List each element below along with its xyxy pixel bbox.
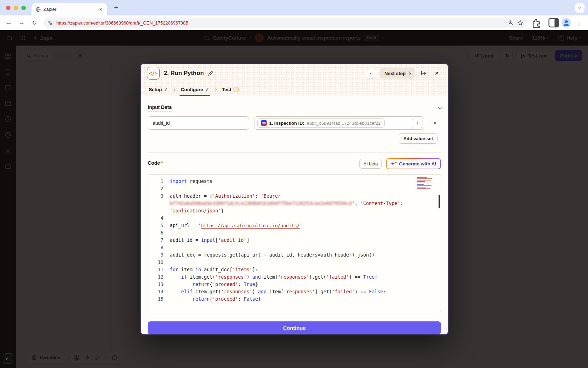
screen: Zapier × + ← → ↻ https://zapier.com/edit… — [0, 0, 588, 368]
mapped-field-value: audit_c5891f4ab...7243d0eb01cef22 — [307, 121, 380, 126]
generate-ai-label: Generate with AI — [399, 161, 436, 166]
previous-step-button[interactable] — [366, 68, 376, 79]
code-editor[interactable]: 1import requests23auth_header = {'Author… — [148, 174, 441, 312]
side-panel-icon[interactable] — [548, 17, 559, 28]
page-viewport: Zaps SafetyCulture / GS Automatically em… — [0, 30, 588, 368]
mapped-value-pill[interactable]: SC 1. Inspection ID: audit_c5891f4ab...7… — [257, 118, 385, 128]
remove-row-icon[interactable]: × — [429, 117, 441, 129]
code-line: 11for item in audit_doc['items']: — [148, 266, 441, 273]
code-line: 8 — [148, 244, 441, 251]
site-settings-icon[interactable] — [48, 21, 53, 25]
sparkle-icon: ✦+ — [391, 161, 397, 166]
modal-header: </> 2. Run Python Next step × — [141, 64, 448, 83]
tab-label: Setup — [149, 87, 162, 92]
code-line: 'application/json'} — [148, 207, 441, 214]
terminal-button[interactable]: >_ — [3, 353, 13, 364]
next-step-button[interactable]: Next step — [380, 68, 415, 79]
tab-label: Configure — [181, 87, 203, 92]
tab-separator-chevron — [173, 86, 175, 96]
tab-search-button[interactable] — [575, 3, 584, 13]
tab-close-icon[interactable]: × — [98, 6, 104, 13]
close-icon[interactable]: × — [432, 68, 442, 78]
code-line: 14 elif item.get('responses') and item['… — [148, 288, 441, 295]
code-line: 4 — [148, 214, 441, 222]
extensions-icon[interactable] — [531, 17, 542, 28]
code-line: 7audit_id = input['audit_id'] — [148, 237, 441, 244]
tab-separator-chevron — [215, 86, 216, 96]
tab-label: Test — [222, 87, 231, 92]
required-marker: * — [161, 160, 163, 166]
maximize-window-button[interactable] — [21, 6, 26, 10]
step-title: 2. Run Python — [164, 70, 204, 77]
back-icon[interactable]: ← — [4, 17, 15, 28]
edit-pencil-icon[interactable] — [208, 71, 213, 76]
bookmark-star-icon[interactable] — [517, 20, 523, 26]
code-minimap — [417, 177, 435, 191]
zoom-icon[interactable] — [508, 20, 514, 26]
browser-toolbar: ← → ↻ https://zapier.com/editor/30666396… — [0, 15, 588, 30]
code-label: Code* — [148, 160, 163, 167]
code-line: 9audit_doc = requests.get(api_url + audi… — [148, 251, 441, 259]
window-controls — [6, 6, 26, 10]
new-tab-button[interactable]: + — [111, 3, 121, 12]
input-data-label: Input Data — [148, 104, 172, 111]
tab-test[interactable]: Test ! — [221, 87, 240, 96]
tab-setup[interactable]: Setup ✓ — [148, 87, 169, 96]
code-line: 3auth_header = {'Authorization': 'Bearer — [148, 192, 441, 200]
reload-icon[interactable]: ↻ — [29, 17, 40, 28]
safetyculture-logo: SC — [261, 120, 267, 126]
close-window-button[interactable] — [6, 6, 10, 10]
code-line: 12 if item.get('responses') and item['re… — [148, 273, 441, 281]
browser-tab[interactable]: Zapier × — [31, 3, 107, 15]
mapped-value-field[interactable]: SC 1. Inspection ID: audit_c5891f4ab...7… — [254, 116, 424, 130]
warning-icon: ! — [233, 87, 239, 92]
add-value-set-button[interactable]: Add value set — [399, 133, 438, 144]
code-icon: </> — [147, 67, 160, 80]
step-config-modal: </> 2. Run Python Next step × — [141, 64, 448, 334]
code-lines: 1import requests23auth_header = {'Author… — [148, 175, 441, 303]
modal-footer: Continue — [141, 316, 448, 334]
ai-beta-button[interactable]: AI beta — [359, 159, 382, 169]
mapped-field-label: 1. Inspection ID: — [269, 121, 304, 126]
check-icon: ✓ — [164, 87, 168, 92]
expand-panel-icon[interactable] — [419, 68, 428, 78]
globe-favicon-icon — [36, 7, 41, 12]
forward-icon[interactable]: → — [16, 17, 27, 28]
check-icon: ✓ — [205, 87, 209, 92]
editor-scrollbar-thumb[interactable] — [439, 195, 440, 208]
code-line: 6 — [148, 229, 441, 237]
tab-configure[interactable]: Configure ✓ — [180, 87, 210, 96]
profile-avatar[interactable] — [561, 17, 572, 28]
next-step-label: Next step — [384, 71, 406, 76]
code-line: 5api_url = 'https://api.safetyculture.io… — [148, 222, 441, 229]
browser-tabstrip: Zapier × + — [0, 0, 588, 15]
step-tabs: Setup ✓ Configure ✓ Test ! — [141, 83, 448, 96]
code-line: 2 — [148, 185, 441, 192]
code-line: 13 return{'proceed': True} — [148, 281, 441, 288]
section-divider — [148, 152, 441, 152]
code-line: 10 — [148, 259, 441, 266]
insert-data-button[interactable]: + — [412, 118, 422, 128]
minimize-window-button[interactable] — [14, 6, 18, 10]
browser-menu-icon[interactable]: ⋮ — [573, 17, 584, 28]
continue-button[interactable]: Continue — [148, 321, 441, 334]
code-line: bf742a6a508ad3e330071dc5ce1368b01b189dff… — [148, 200, 441, 207]
generate-with-ai-button[interactable]: ✦+ Generate with AI — [386, 158, 441, 169]
input-data-row: audit_id SC 1. Inspection ID: audit_c589… — [148, 116, 441, 130]
toolbar-divider — [545, 20, 545, 26]
code-line: 15 return{'proceed': False} — [148, 295, 441, 303]
url-text: https://zapier.com/editor/306663960/draf… — [56, 20, 505, 26]
modal-body: Input Data audit_id SC 1. Inspection ID:… — [141, 96, 448, 316]
browser-chrome: Zapier × + ← → ↻ https://zapier.com/edit… — [0, 0, 588, 30]
code-line: 1import requests — [148, 178, 441, 185]
address-bar[interactable]: https://zapier.com/editor/306663960/draf… — [43, 18, 527, 28]
tab-title: Zapier — [43, 7, 95, 12]
input-key-field[interactable]: audit_id — [148, 116, 249, 130]
collapse-section-icon[interactable] — [438, 106, 442, 109]
code-section-header: Code* AI beta ✦+ Generate with AI — [148, 158, 441, 169]
